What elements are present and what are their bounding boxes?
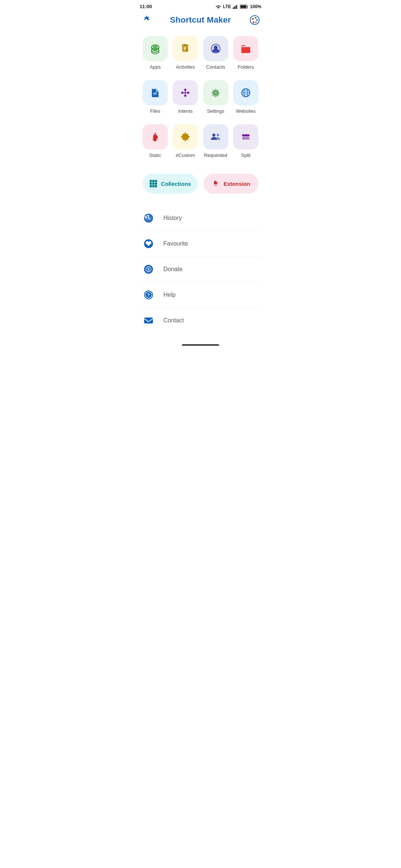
svg-point-16 [253,19,256,22]
svg-rect-69 [152,185,154,187]
svg-rect-63 [152,180,154,182]
grid-row-1: Apps Activities [143,36,258,70]
nav-bar [134,339,267,348]
svg-rect-70 [155,185,157,187]
badge-icon: ! [141,14,152,26]
intents-icon [179,86,192,99]
custom-icon-wrapper [173,124,198,149]
split-label: Split [241,152,250,158]
svg-rect-56 [156,135,157,138]
folders-icon [239,42,252,55]
svg-rect-60 [242,134,250,137]
status-icons: LTE 100% [215,4,261,9]
activities-icon-wrapper [173,36,198,61]
svg-rect-3 [236,5,237,9]
list-item-help[interactable]: ? Help [140,282,261,308]
svg-rect-2 [234,6,235,9]
split-icon-wrapper [233,124,258,149]
grid-item-custom[interactable]: #Custom [173,124,198,158]
websites-icon-wrapper [233,80,258,105]
battery-percent: 100% [250,4,261,9]
contacts-icon [209,42,222,55]
grid-item-requested[interactable]: Requested [203,124,228,158]
home-indicator [182,344,219,346]
svg-rect-38 [153,93,157,93]
battery-icon [240,4,248,9]
grid-item-websites[interactable]: Websites [233,80,258,114]
list-item-history[interactable]: History [140,206,261,231]
svg-rect-57 [157,136,158,138]
contact-icon [143,315,154,326]
svg-rect-61 [242,137,250,139]
list-item-donate[interactable]: $ Donate [140,257,261,282]
svg-rect-72 [215,181,216,184]
grid-item-split[interactable]: Split [233,124,258,158]
split-icon [239,130,252,144]
grid-item-static[interactable]: Static [143,124,168,158]
svg-text:!: ! [146,19,147,22]
history-label: History [163,215,182,221]
svg-rect-21 [153,48,157,51]
list-item-favourite[interactable]: Favourite [140,231,261,257]
grid-item-apps[interactable]: Apps [143,36,168,70]
badge-button[interactable]: ! [140,13,153,27]
svg-point-43 [184,95,186,97]
list-item-contact[interactable]: Contact [140,308,261,333]
svg-point-58 [212,134,215,137]
svg-rect-66 [152,183,154,185]
collections-button[interactable]: Collections [143,174,198,194]
svg-point-59 [216,134,219,137]
donate-label: Donate [163,266,183,273]
palette-button[interactable] [248,13,261,27]
svg-rect-39 [153,94,156,95]
grid-item-folders[interactable]: Folders [233,36,258,70]
folders-label: Folders [238,64,254,70]
requested-icon [209,130,222,144]
svg-point-42 [187,92,189,94]
favourite-icon [143,238,154,250]
svg-text:?: ? [147,293,150,298]
svg-rect-83 [144,318,153,323]
svg-rect-7 [241,5,247,8]
svg-rect-29 [183,48,186,49]
requested-label: Requested [204,152,227,158]
svg-rect-67 [155,183,157,185]
files-icon [149,86,162,99]
svg-rect-68 [150,185,152,187]
svg-rect-73 [216,182,218,184]
static-icon [149,130,162,144]
wifi-icon [215,4,221,9]
settings-label: Settings [207,108,224,114]
svg-rect-71 [214,181,215,184]
palette-icon [249,14,260,26]
svg-rect-65 [150,183,152,185]
extension-button[interactable]: Extension [203,174,258,194]
history-icon [143,212,154,224]
svg-point-13 [256,19,258,21]
files-label: Files [150,108,160,114]
grid-item-files[interactable]: Files [143,80,168,114]
extension-hand-icon [212,180,220,188]
svg-point-23 [156,46,157,47]
custom-icon [179,130,192,144]
contacts-icon-wrapper [203,36,228,61]
app-title: Shortcut Maker [170,15,231,25]
collections-label: Collections [161,181,191,187]
apps-icon-wrapper [143,36,168,61]
favourite-label: Favourite [163,240,188,247]
grid-row-2: Files Intents [143,80,258,114]
grid-item-settings[interactable]: Settings [203,80,228,114]
svg-rect-30 [183,50,186,50]
grid-item-contacts[interactable]: Contacts [203,36,228,70]
svg-rect-64 [155,180,157,182]
grid-item-intents[interactable]: Intents [173,80,198,114]
websites-icon [239,86,252,99]
svg-point-0 [218,8,218,9]
activities-label: Activities [176,64,195,70]
app-header: ! Shortcut Maker [134,11,267,32]
grid-item-activities[interactable]: Activities [173,36,198,70]
svg-rect-6 [247,6,248,7]
action-buttons: Collections Extension [134,174,267,194]
custom-label: #Custom [176,152,195,158]
svg-point-12 [255,17,257,19]
